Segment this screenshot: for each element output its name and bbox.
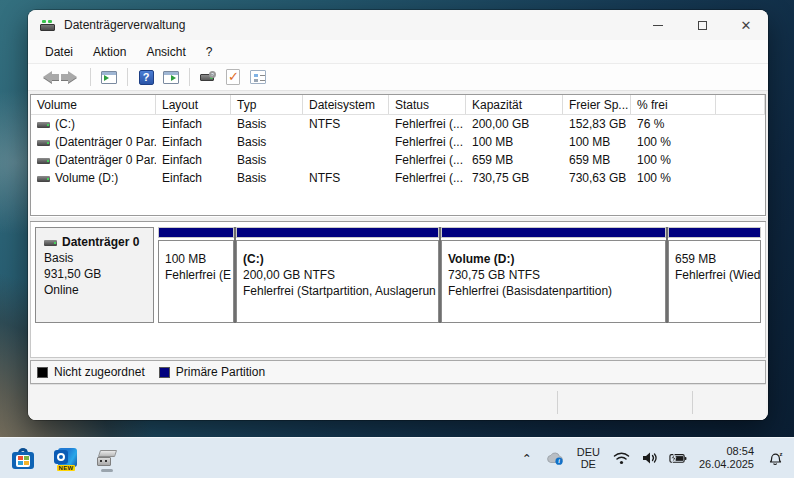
action-pane-icon — [163, 71, 179, 84]
volume-icon[interactable] — [641, 449, 659, 467]
console-tree-icon — [101, 71, 117, 84]
legend-primary-partition: Primäre Partition — [159, 365, 265, 379]
close-button[interactable]: ✕ — [724, 10, 768, 40]
show-action-pane-button[interactable] — [160, 66, 182, 88]
rescan-disks-button[interactable] — [197, 66, 219, 88]
back-button[interactable] — [36, 66, 58, 88]
column-header-freier-sp[interactable]: Freier Sp... — [563, 95, 631, 114]
menu-ansicht[interactable]: Ansicht — [137, 42, 194, 62]
disk-management-taskbar-button[interactable] — [94, 443, 120, 473]
legend-unallocated: Nicht zugeordnet — [37, 365, 145, 379]
properties-icon — [250, 70, 266, 84]
system-tray: ⌃ i DEU DE — [518, 445, 794, 471]
disk-icon — [44, 240, 57, 246]
disk-management-window: Datenträgerverwaltung ✕ Datei Aktion Ans… — [28, 10, 768, 420]
partition-type-band — [668, 227, 761, 238]
menu-datei[interactable]: Datei — [36, 42, 82, 62]
desktop: Datenträgerverwaltung ✕ Datei Aktion Ans… — [0, 0, 794, 478]
outlook-new-badge: NEW — [57, 465, 76, 471]
taskbar-apps: NEW — [0, 443, 120, 473]
statusbar-divider — [692, 391, 693, 414]
partition-type-band — [236, 227, 439, 238]
help-icon: ? — [139, 70, 154, 85]
taskbar: NEW ⌃ i DEU DE — [0, 437, 794, 478]
back-icon — [43, 71, 52, 83]
menubar: Datei Aktion Ansicht ? — [28, 40, 768, 64]
toolbar: ? — [28, 64, 768, 91]
titlebar[interactable]: Datenträgerverwaltung ✕ — [28, 10, 768, 40]
rescan-disks-icon — [200, 71, 216, 83]
maximize-button[interactable] — [680, 10, 724, 40]
disk-typ: Basis — [44, 250, 145, 266]
window-title: Datenträgerverwaltung — [64, 18, 185, 32]
column-header-layout[interactable]: Layout — [156, 95, 231, 114]
svg-text:z: z — [780, 451, 783, 457]
drive-icon — [37, 158, 50, 164]
statusbar — [30, 384, 766, 420]
disk-status: Online — [44, 282, 145, 298]
minimize-icon — [653, 25, 663, 26]
microsoft-store-button[interactable] — [10, 443, 36, 473]
column-header-filler — [716, 95, 765, 114]
onedrive-cloud-icon[interactable]: i — [546, 449, 564, 467]
legend-bar: Nicht zugeordnet Primäre Partition — [30, 360, 766, 384]
toolbar-separator — [189, 68, 190, 86]
tray-time: 08:54 — [699, 445, 754, 458]
client-area: Volume Layout Typ Dateisystem Status Kap… — [28, 91, 768, 420]
partition-d[interactable]: Volume (D:) 730,75 GB NTFS Fehlerfrei (B… — [441, 227, 666, 323]
partition-efi[interactable]: 100 MB Fehlerfrei (E — [158, 227, 234, 323]
show-console-tree-button[interactable] — [98, 66, 120, 88]
forward-icon — [68, 71, 77, 83]
table-row[interactable]: Volume (D:) Einfach Basis NTFS Fehlerfre… — [31, 169, 765, 187]
microsoft-store-icon — [12, 448, 34, 469]
volume-list-pane: Volume Layout Typ Dateisystem Status Kap… — [30, 94, 766, 216]
outlook-icon: NEW — [54, 447, 77, 469]
battery-charging-icon[interactable] — [669, 449, 687, 467]
partition-recovery[interactable]: 659 MB Fehlerfrei (Wiederh — [668, 227, 761, 323]
statusbar-divider — [557, 391, 558, 414]
volume-table-header: Volume Layout Typ Dateisystem Status Kap… — [31, 95, 765, 115]
help-button[interactable]: ? — [135, 66, 157, 88]
forward-button[interactable] — [61, 66, 83, 88]
graphical-view-pane: Datenträger 0 Basis 931,50 GB Online 100… — [30, 222, 766, 358]
column-header-status[interactable]: Status — [389, 95, 466, 114]
partition-type-band — [441, 227, 666, 238]
maximize-icon — [698, 21, 707, 30]
wifi-icon[interactable] — [613, 449, 631, 467]
toolbar-separator — [90, 68, 91, 86]
table-row[interactable]: (Datenträger 0 Par... Einfach Basis Fehl… — [31, 151, 765, 169]
disk-0-row: Datenträger 0 Basis 931,50 GB Online 100… — [35, 227, 761, 323]
column-header-frei[interactable]: % frei — [631, 95, 716, 114]
disk-management-app-icon — [40, 18, 56, 32]
language-indicator[interactable]: DEU DE — [574, 446, 603, 470]
tray-date: 26.04.2025 — [699, 458, 754, 471]
disk-management-icon — [96, 449, 118, 467]
column-header-typ[interactable]: Typ — [231, 95, 303, 114]
table-row[interactable]: (Datenträger 0 Par... Einfach Basis Fehl… — [31, 133, 765, 151]
properties-button[interactable] — [247, 66, 269, 88]
column-header-dateisystem[interactable]: Dateisystem — [303, 95, 389, 114]
outlook-button[interactable]: NEW — [52, 443, 78, 473]
menu-aktion[interactable]: Aktion — [84, 42, 135, 62]
table-row[interactable]: (C:) Einfach Basis NTFS Fehlerfrei (... … — [31, 115, 765, 133]
column-header-kapazitaet[interactable]: Kapazität — [466, 95, 563, 114]
drive-icon — [37, 140, 50, 146]
hidden-icons-chevron-icon[interactable]: ⌃ — [518, 450, 536, 468]
minimize-button[interactable] — [636, 10, 680, 40]
column-header-volume[interactable]: Volume — [31, 95, 156, 114]
drive-icon — [37, 176, 50, 182]
partition-c[interactable]: (C:) 200,00 GB NTFS Fehlerfrei (Startpar… — [236, 227, 439, 323]
unallocated-swatch — [37, 367, 48, 378]
taskbar-clock[interactable]: 08:54 26.04.2025 — [697, 445, 756, 471]
disk-0-label[interactable]: Datenträger 0 Basis 931,50 GB Online — [35, 227, 154, 323]
disk-size: 931,50 GB — [44, 266, 145, 282]
partition-strip: 100 MB Fehlerfrei (E (C:) 200,00 GB NTFS… — [158, 227, 761, 323]
drive-icon — [37, 122, 50, 128]
check-button[interactable] — [222, 66, 244, 88]
notification-bell-dnd-icon[interactable]: z — [766, 449, 784, 467]
partition-type-band — [158, 227, 234, 238]
close-icon: ✕ — [741, 18, 752, 33]
toolbar-separator — [127, 68, 128, 86]
menu-hilfe[interactable]: ? — [197, 42, 222, 62]
check-icon — [226, 69, 240, 85]
